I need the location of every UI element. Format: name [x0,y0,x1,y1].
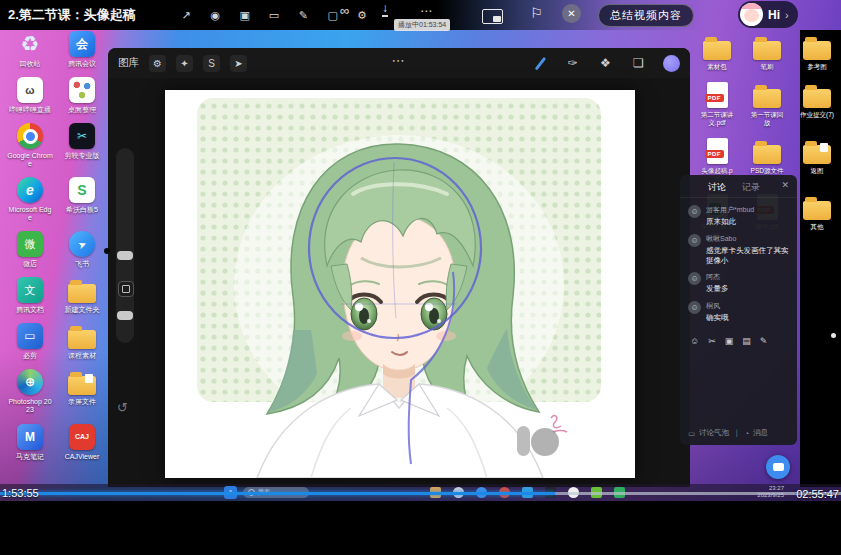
gallery-button: 图库 [118,56,139,70]
chat-message: ☺啾啾Sabo感觉摩卡头发画住了其实挺像小 [680,227,797,266]
folder-icon [753,89,781,108]
flag-icon[interactable]: ⚐ [530,5,543,21]
account-pill[interactable]: Hi › [738,1,798,28]
discussion-header: 讨论 记录 ✕ [680,175,797,198]
desktop-icon-jianying: ✂剪映专业版 [57,123,107,168]
tealdoc-icon: 文 [17,277,43,303]
desktop-icon-plane: ➤飞书 [57,231,107,268]
chevron-right-icon: › [785,9,789,21]
layers-icon: ❏ [630,55,647,72]
seekbar[interactable] [0,492,841,495]
recycle-icon: ♻ [17,31,43,57]
brush-size-slider [117,251,133,260]
chat-avatar: ☺ [688,205,701,218]
folder-icon [68,284,96,303]
desktop-icon-folder: 其他 [792,194,841,238]
greeting-label: Hi [768,8,780,22]
chat-avatar: ☺ [688,272,701,285]
color-swatch [663,55,680,72]
pdf-icon: PDF [707,138,728,164]
drawing-canvas [165,90,635,478]
settings-icon[interactable]: ⚙ [354,9,370,22]
pdf-icon: PDF [707,82,728,108]
globe-icon: ⊕ [17,369,43,395]
more-icon[interactable]: ⋯ [420,4,433,18]
procreate-left-tools: ⚙✦S➤ [149,55,247,72]
recorder-icon[interactable]: ▣ [237,9,253,22]
folder-icon [703,41,731,60]
footer-divider: ｜ [733,428,740,438]
message-setting-label[interactable]: 消息 [753,428,768,438]
tab-discussion[interactable]: 讨论 [708,181,726,194]
desktop-icon-folder: 课程素材 [57,323,107,360]
folder-icon [803,89,831,108]
desktop-icon-folder: 新建文件夹 [57,277,107,314]
desktop-icon-meeting: 会腾讯会议 [57,31,107,68]
chrome-icon [17,123,43,149]
avatar [740,3,763,26]
desktop-icon-tealdoc: 文腾讯文档 [5,277,55,314]
folder-icon [753,145,781,164]
pen-icon[interactable]: ✎ [295,9,311,22]
emoji-icon[interactable]: ☺ [690,336,699,346]
video-player-stage: ♻回收站会腾讯会议ω哔哩哔哩直播桌面整理Google Chrome✂剪映专业版e… [0,0,841,555]
region-icon[interactable]: ▢ [325,9,341,22]
desktop-icon-globe: ⊕Photoshop 2023 [5,369,55,414]
note-icon[interactable]: ✎ [760,336,768,346]
chat-action-bar: ☺✂▣▤✎ [680,323,797,346]
desktop-icon-bluescreen: ▭必剪 [5,323,55,360]
desktop-icon-folder: 素材包 [692,34,742,70]
chat-message-list: ☺游客用户*mbud原来如此☺啾啾Sabo感觉摩卡头发画住了其实挺像小☺阿杰发量… [680,198,797,323]
summarize-video-button[interactable]: 总结视频内容 [598,4,694,27]
edge-icon: e [17,177,43,203]
snip-icon[interactable]: ↗ [178,9,194,22]
current-time: 1:53:55 [2,487,39,499]
modify-button [118,281,134,297]
desktop-icon-seewo: S希沃白板5 [57,177,107,222]
share-icon[interactable]: ∞ [340,3,349,18]
camera-icon[interactable]: ◉ [207,9,223,22]
procreate-window: 图库 ⚙✦S➤ ⋯ ✑❖❏ ↺ [108,48,690,487]
screenshot-icon[interactable]: ▤ [742,336,751,346]
bluescreen-icon: ▭ [17,323,43,349]
desktop-icon-recycle: ♻回收站 [5,31,55,68]
chat-footer: ▭ 讨论气泡 ｜ ◔ 消息 [688,428,789,438]
desktop-icon-folder: 第一节课回放 [742,82,792,126]
desktop-icon-pdf: PDF第二节课讲义.pdf [692,82,742,126]
desktop-icon-folderopen: 返图 [792,138,841,182]
pip-icon[interactable] [482,9,503,24]
eraser-icon: ❖ [597,55,614,72]
dots-icon [69,77,95,103]
desktop-icon-mblue: M马克笔记 [5,424,55,461]
meeting-icon: 会 [69,31,95,57]
jianying-icon: ✂ [69,123,95,149]
float-help-button[interactable] [766,455,790,479]
folder-icon [803,41,831,60]
procreate-toolbar: 图库 ⚙✦S➤ ⋯ ✑❖❏ [108,48,690,78]
image-icon[interactable]: ▣ [725,336,734,346]
selection-icon: S [203,55,220,72]
player-controls: 倍速 SVIP 超清 字幕 SVIP 查找 ◎ [0,501,841,555]
cut-icon[interactable]: ✂ [708,336,716,346]
desktop-icon-folder: 参考图 [792,34,841,70]
close-circle-icon[interactable]: ✕ [562,4,581,23]
bubble-icon: ▭ [688,429,695,438]
bubble-toggle-label[interactable]: 讨论气泡 [699,428,729,438]
brush-opacity-slider [117,311,133,320]
tab-notes[interactable]: 记录 [742,181,760,194]
chat-avatar: ☺ [688,301,701,314]
seekbar-fill [0,492,555,495]
clock-icon: ◔ [744,429,749,438]
download-icon[interactable]: ↓ [382,2,388,17]
artwork-portrait [165,90,635,478]
desktop-icon-folderopen: 录屏文件 [57,369,107,414]
folder-icon [803,201,831,220]
greenapp-icon: 微 [17,231,43,257]
cat-icon: ω [17,77,43,103]
screen-icon[interactable]: ▭ [266,9,282,22]
player-topbar: 2.第二节课：头像起稿 ↗◉▣▭✎▢⚙ ∞ ↓ ⋯ 播放中01:53:54 ⚐ … [0,0,841,30]
seewo-icon: S [69,177,95,203]
close-icon[interactable]: ✕ [781,180,789,190]
desktop-icon-edge: eMicrosoft Edge [5,177,55,222]
undo-icon: ↺ [117,400,128,415]
